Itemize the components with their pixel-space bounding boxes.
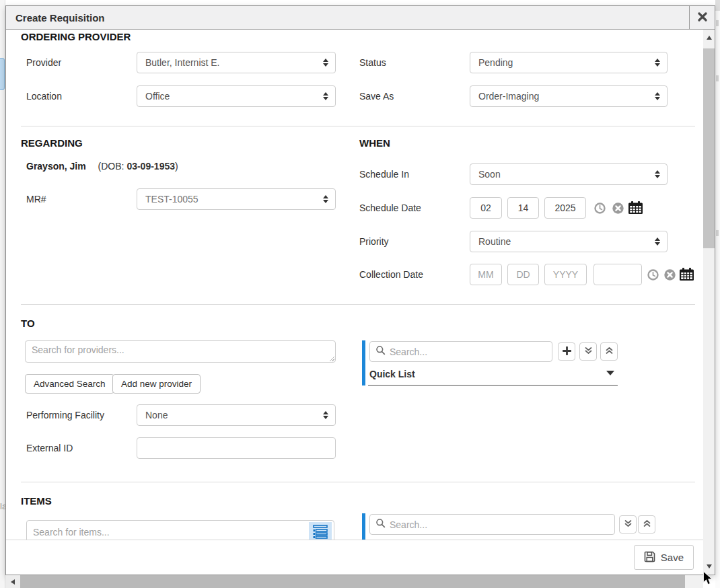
location-select[interactable]: Office [137, 85, 336, 107]
section-divider [21, 304, 695, 305]
save-as-label: Save As [359, 85, 394, 107]
performing-facility-label: Performing Facility [26, 404, 104, 426]
patient-line: Grayson, Jim (DOB: 03-09-1953) [26, 161, 178, 172]
provider-select[interactable]: Butler, Internist E. [137, 52, 336, 73]
double-chevron-up-icon [605, 346, 614, 358]
schedule-day-input[interactable] [507, 197, 539, 219]
create-requisition-dialog: Create Requisition ORDERING PROVIDER Pro… [5, 5, 715, 575]
scroll-up-arrow[interactable] [703, 32, 715, 43]
select-caret-icon [323, 59, 328, 67]
items-heading: ITEMS [21, 495, 52, 507]
items-collapse-all-button[interactable] [638, 515, 655, 534]
to-panel-accent-bar [362, 340, 365, 385]
external-id-label: External ID [26, 437, 73, 459]
select-caret-icon [655, 92, 660, 100]
background-right-mark [716, 75, 719, 81]
collection-date-clear-icon[interactable] [664, 269, 676, 281]
background-page-right-edge [715, 0, 720, 588]
mr-select-value: TEST-10055 [145, 190, 199, 209]
collection-year-input[interactable] [544, 264, 587, 285]
when-heading: WHEN [359, 137, 390, 149]
select-caret-icon [323, 92, 328, 100]
background-text-fragment: la [0, 501, 5, 513]
background-right-fragment [715, 0, 720, 11]
items-panel-accent-bar [362, 513, 365, 540]
item-search-input[interactable] [26, 520, 334, 540]
select-caret-icon [655, 59, 660, 67]
double-chevron-down-icon [624, 519, 633, 531]
dialog-titlebar: Create Requisition [6, 6, 715, 30]
performing-facility-select-value: None [145, 406, 168, 425]
collection-date-calendar-icon[interactable] [680, 268, 694, 281]
status-select[interactable]: Pending [470, 52, 668, 73]
quick-list-header[interactable]: Quick List [369, 367, 415, 381]
schedule-date-clear-icon[interactable] [612, 203, 624, 214]
select-caret-icon [323, 195, 328, 203]
provider-select-value: Butler, Internist E. [145, 53, 220, 72]
search-icon [375, 518, 386, 531]
horizontal-scrollbar[interactable] [5, 575, 703, 588]
background-right-mark [716, 230, 719, 236]
vertical-scrollbar[interactable] [703, 30, 715, 574]
external-id-input[interactable] [137, 437, 336, 459]
horizontal-scrollbar-thumb[interactable] [20, 575, 685, 588]
save-icon [644, 551, 655, 564]
item-list-toggle[interactable] [309, 522, 332, 540]
schedule-month-input[interactable] [470, 197, 502, 219]
regarding-heading: REGARDING [21, 137, 83, 149]
close-button[interactable] [689, 6, 715, 30]
background-right-mark [716, 20, 719, 26]
mr-select[interactable]: TEST-10055 [137, 188, 336, 210]
collection-time-input[interactable] [593, 264, 642, 285]
save-as-select[interactable]: Order-Imaging [470, 85, 668, 107]
items-panel-search-box[interactable] [369, 514, 615, 535]
textarea-resize-handle[interactable] [328, 355, 334, 361]
background-blue-element-fragment [0, 58, 5, 90]
select-caret-icon [323, 411, 328, 419]
add-provider-quick-button[interactable] [558, 342, 575, 361]
collection-month-input[interactable] [470, 264, 502, 285]
schedule-date-label: Schedule Date [359, 197, 421, 219]
select-caret-icon [655, 170, 660, 178]
schedule-year-input[interactable] [544, 197, 586, 219]
collapse-all-button[interactable] [600, 342, 618, 361]
patient-name: Grayson, Jim [26, 161, 86, 172]
to-panel-search-input[interactable] [390, 346, 552, 357]
priority-select-value: Routine [478, 232, 511, 251]
to-panel-search-box[interactable] [369, 341, 552, 362]
vertical-scrollbar-thumb[interactable] [703, 48, 715, 248]
quick-list-underline [368, 385, 618, 385]
to-heading: TO [21, 318, 35, 330]
patient-dob: (DOB: 03-09-1953) [98, 161, 178, 172]
schedule-in-select[interactable]: Soon [470, 163, 668, 185]
save-button[interactable]: Save [634, 545, 694, 570]
quick-list-caret-icon[interactable] [606, 371, 614, 375]
priority-select[interactable]: Routine [470, 231, 668, 252]
section-divider [21, 482, 695, 482]
dialog-scroll-area: ORDERING PROVIDER Provider Butler, Inter… [6, 30, 703, 540]
add-new-provider-button[interactable]: Add new provider [112, 374, 201, 394]
select-caret-icon [655, 237, 660, 246]
status-select-value: Pending [478, 53, 513, 72]
collection-day-input[interactable] [507, 264, 539, 285]
location-label: Location [26, 85, 62, 107]
double-chevron-up-icon [643, 519, 651, 531]
performing-facility-select[interactable]: None [137, 404, 336, 426]
collection-time-clock-icon[interactable] [647, 269, 659, 281]
items-expand-all-button[interactable] [619, 515, 637, 534]
schedule-in-label: Schedule In [359, 163, 409, 185]
schedule-date-calendar-icon[interactable] [628, 201, 643, 214]
expand-all-button[interactable] [579, 342, 597, 361]
scroll-left-arrow[interactable] [5, 575, 20, 588]
items-panel-search-input[interactable] [390, 519, 614, 530]
advanced-search-button[interactable]: Advanced Search [25, 374, 114, 394]
schedule-in-select-value: Soon [478, 165, 501, 184]
status-label: Status [359, 52, 386, 73]
patient-dob-value: 03-09-1953 [127, 161, 175, 172]
double-chevron-down-icon [584, 346, 593, 358]
schedule-time-clock-icon[interactable] [594, 203, 606, 214]
provider-search-textarea[interactable] [25, 340, 336, 363]
search-icon [375, 345, 386, 358]
scroll-down-arrow[interactable] [703, 560, 715, 572]
close-icon [698, 12, 707, 24]
